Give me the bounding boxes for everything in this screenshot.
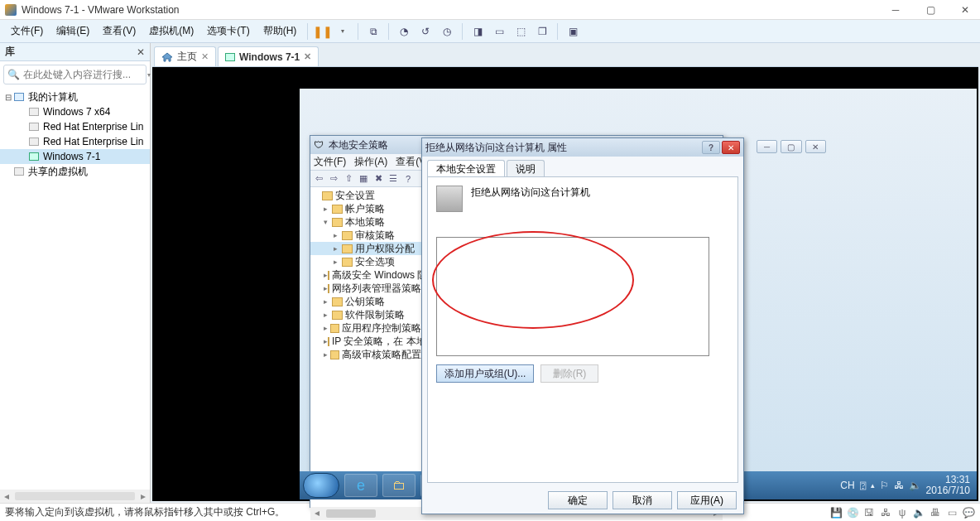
users-listbox[interactable] <box>436 237 709 356</box>
fullscreen-button[interactable]: ⬚ <box>511 22 531 41</box>
menu-help[interactable]: 帮助(H) <box>257 22 303 41</box>
status-disk-icon[interactable]: 💾 <box>829 507 843 519</box>
dialog-titlebar[interactable]: 拒绝从网络访问这台计算机 属性 ? ✕ <box>422 138 743 157</box>
tray-clock[interactable]: 13:31 2016/7/10 <box>926 475 970 496</box>
tray-flag-icon[interactable]: ⚐ <box>880 480 889 491</box>
secpol-tree-node[interactable]: ▾本地策略 <box>310 215 421 229</box>
secpol-tree-node[interactable]: ▸高级审核策略配置 <box>310 348 421 361</box>
ok-button[interactable]: 确定 <box>548 491 608 509</box>
secpol-tree-node[interactable]: ▸IP 安全策略，在 本地 <box>310 335 421 348</box>
menu-view[interactable]: 查看(V) <box>97 22 142 41</box>
menu-vm[interactable]: 虚拟机(M) <box>143 22 199 41</box>
secpol-tree-node[interactable]: ▸软件限制策略 <box>310 308 421 321</box>
folder-icon <box>330 324 339 333</box>
tree-shared[interactable]: 共享的虚拟机 <box>0 164 150 179</box>
minimize-button[interactable]: ─ <box>886 3 906 17</box>
up-button[interactable]: ⇧ <box>342 172 355 186</box>
tab-home[interactable]: 主页 ✕ <box>154 46 216 66</box>
menu-file[interactable]: 文件(F) <box>5 22 49 41</box>
bg-minimize-button[interactable]: ─ <box>757 140 777 153</box>
power-dropdown[interactable]: ▾ <box>333 22 353 41</box>
status-usb-icon[interactable]: ψ <box>896 507 909 519</box>
vm-icon <box>29 123 39 131</box>
library-close-button[interactable]: ✕ <box>137 46 145 58</box>
secpol-tree-node[interactable]: ▸应用程序控制策略 <box>310 321 421 335</box>
secpol-tree-node[interactable]: ▸帐户策略 <box>310 202 421 215</box>
bg-maximize-button[interactable]: ▢ <box>781 140 801 153</box>
taskbar-explorer[interactable]: 🗀 <box>382 474 416 497</box>
taskbar-ie[interactable]: e <box>344 474 377 497</box>
show-hide-button[interactable]: ▦ <box>357 172 370 186</box>
tree-item[interactable]: Red Hat Enterprise Lin <box>0 119 150 134</box>
properties-button[interactable]: ☰ <box>387 172 400 186</box>
tab-vm[interactable]: Windows 7-1 ✕ <box>218 46 319 66</box>
tab-close-icon[interactable]: ✕ <box>201 51 209 62</box>
dialog-help-button[interactable]: ? <box>702 141 720 154</box>
status-floppy-icon[interactable]: 🖫 <box>862 507 876 519</box>
vm-display[interactable]: ─ ▢ ✕ 🛡 本地安全策略 文件(F) 操作(A) 查看(V) <box>152 66 978 501</box>
status-network-icon[interactable]: 🖧 <box>879 507 892 519</box>
secpol-tree-node[interactable]: ▸公钥策略 <box>310 295 421 308</box>
status-printer-icon[interactable]: 🖶 <box>929 507 942 519</box>
start-button[interactable] <box>303 473 339 498</box>
secpol-menu-file[interactable]: 文件(F) <box>314 155 346 169</box>
tray-lang[interactable]: CH <box>840 480 854 491</box>
forward-button[interactable]: ⇨ <box>327 172 340 186</box>
tree-root[interactable]: ⊟ 我的计算机 <box>0 89 150 104</box>
cancel-button[interactable]: 取消 <box>612 491 672 509</box>
tree-item[interactable]: Red Hat Enterprise Lin <box>0 134 150 149</box>
dialog-close-button[interactable]: ✕ <box>722 141 740 154</box>
menu-edit[interactable]: 编辑(E) <box>50 22 95 41</box>
secpol-tree-node[interactable]: ▸网络列表管理器策略 <box>310 282 421 295</box>
lock-icon <box>322 191 333 200</box>
tree-item[interactable]: Windows 7 x64 <box>0 104 150 119</box>
bg-close-button[interactable]: ✕ <box>805 140 826 153</box>
multi-monitor-button[interactable]: ❐ <box>532 22 552 41</box>
delete-button[interactable]: ✖ <box>372 172 385 186</box>
secpol-menu-action[interactable]: 操作(A) <box>354 155 387 169</box>
maximize-button[interactable]: ▢ <box>920 3 940 17</box>
apply-button[interactable]: 应用(A) <box>677 491 737 509</box>
library-button[interactable]: ▣ <box>563 22 583 41</box>
menu-tabs[interactable]: 选项卡(T) <box>201 22 255 41</box>
send-ctrl-alt-del-button[interactable]: ⧉ <box>363 22 383 41</box>
tray-expand-icon[interactable]: ▴ <box>871 481 875 490</box>
pause-button[interactable]: ❚❚ <box>313 22 333 41</box>
add-user-button[interactable]: 添加用户或组(U)... <box>436 364 534 383</box>
back-button[interactable]: ⇦ <box>312 172 325 186</box>
search-input[interactable] <box>23 69 147 80</box>
vm-tabs: 主页 ✕ Windows 7-1 ✕ <box>151 43 980 66</box>
tab-local-security-setting[interactable]: 本地安全设置 <box>427 160 505 176</box>
unity-button[interactable]: ◨ <box>468 22 488 41</box>
single-window-button[interactable]: ▭ <box>489 22 509 41</box>
secpol-tree-node[interactable]: ▸安全选项 <box>310 255 421 268</box>
library-hscroll[interactable]: ◂▸ <box>0 490 150 503</box>
tab-explanation[interactable]: 说明 <box>507 160 545 176</box>
snapshot-button[interactable]: ◔ <box>394 22 414 41</box>
status-display-icon[interactable]: ▭ <box>945 507 958 519</box>
snapshot-manager-button[interactable]: ◷ <box>437 22 457 41</box>
library-search[interactable]: 🔍 ▾ <box>3 65 147 84</box>
secpol-tree-node[interactable]: ▸高级安全 Windows 防 <box>310 268 421 282</box>
status-message-icon[interactable]: 💬 <box>962 507 975 519</box>
status-cd-icon[interactable]: 💿 <box>846 507 859 519</box>
help-button[interactable]: ? <box>401 172 415 186</box>
tab-close-icon[interactable]: ✕ <box>304 51 311 62</box>
secpol-tree-node[interactable]: ▸审核策略 <box>310 229 421 242</box>
shared-icon <box>14 167 24 176</box>
search-icon: 🔍 <box>7 69 20 80</box>
policy-properties-dialog: 拒绝从网络访问这台计算机 属性 ? ✕ 本地安全设置 说明 拒绝从网络访问这台计… <box>421 137 744 514</box>
tray-volume-icon[interactable]: 🔈 <box>909 480 921 491</box>
status-sound-icon[interactable]: 🔈 <box>912 507 925 519</box>
tab-home-label: 主页 <box>177 50 197 64</box>
tree-item-active[interactable]: Windows 7-1 <box>0 149 150 164</box>
secpol-tree-node[interactable]: ▸用户权限分配 <box>310 242 421 255</box>
vmware-titlebar: Windows 7-1 - VMware Workstation ─ ▢ ✕ <box>0 0 980 20</box>
close-button[interactable]: ✕ <box>955 3 975 17</box>
separator-icon <box>307 23 308 40</box>
revert-snapshot-button[interactable]: ↺ <box>416 22 435 41</box>
tray-help-icon[interactable]: ⍰ <box>860 480 866 491</box>
library-title: 库 <box>5 45 137 59</box>
secpol-tree-root[interactable]: 安全设置 <box>310 189 421 202</box>
tray-network-icon[interactable]: 🖧 <box>894 480 904 491</box>
